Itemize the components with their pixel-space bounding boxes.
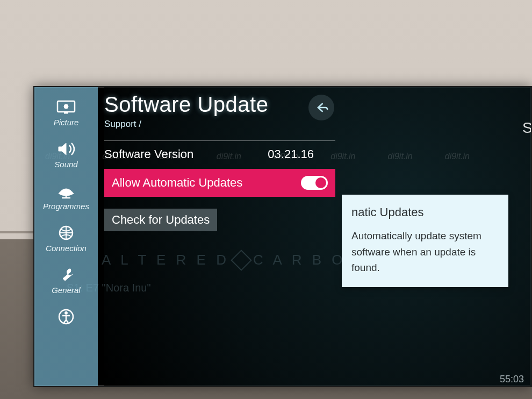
picture-icon	[55, 98, 77, 116]
watermark-text: di9it.in	[388, 152, 413, 161]
back-icon	[314, 101, 328, 115]
sound-icon	[55, 140, 77, 158]
hex-icon	[231, 250, 252, 271]
sidebar-item-general[interactable]: General	[34, 261, 98, 300]
help-tooltip: natic Updates Automatically update syste…	[342, 195, 508, 287]
sidebar-item-label: Programmes	[43, 202, 89, 211]
clock-partial: 55:03	[500, 374, 528, 385]
sidebar-item-connection[interactable]: Connection	[34, 219, 98, 258]
accessibility-icon	[55, 308, 77, 326]
back-button[interactable]	[308, 95, 334, 120]
software-version-row[interactable]: Software Version 03.21.16	[104, 147, 314, 161]
auto-updates-row[interactable]: Allow Automatic Updates	[104, 169, 335, 197]
breadcrumb: Support /	[104, 119, 346, 130]
check-updates-label: Check for Updates	[112, 213, 210, 226]
version-label: Software Version	[104, 147, 193, 161]
sidebar-item-label: Sound	[54, 160, 77, 169]
sidebar-item-sound[interactable]: Sound	[34, 136, 98, 174]
sidebar-item-programmes[interactable]: Programmes	[34, 177, 98, 216]
satellite-icon	[55, 182, 77, 200]
auto-updates-label: Allow Automatic Updates	[112, 176, 242, 190]
svg-point-1	[64, 104, 68, 109]
sidebar-item-label: Picture	[54, 118, 79, 127]
sidebar-item-label: General	[52, 286, 80, 295]
wrench-icon	[55, 266, 77, 284]
sidebar-item-picture[interactable]: Picture	[34, 94, 98, 132]
tv-screen: di9it.in di9it.in di9it.in di9it.in di9i…	[33, 86, 532, 387]
right-cut-letter: S	[522, 119, 531, 137]
connection-icon	[55, 224, 77, 242]
show-title-a: A L T E R E D	[102, 252, 229, 268]
toggle-knob	[315, 177, 326, 188]
tooltip-title: natic Updates	[351, 203, 499, 222]
watermark-text: di9it.in	[445, 152, 470, 161]
svg-point-7	[65, 312, 68, 315]
tooltip-body: Automatically update system software whe…	[351, 228, 499, 275]
auto-updates-toggle[interactable]	[301, 176, 328, 190]
sidebar-item-label: Connection	[46, 244, 87, 253]
settings-sidebar: Picture Sound Programmes Connection Gene…	[34, 87, 98, 386]
sidebar-item-accessibility[interactable]	[34, 303, 98, 327]
background-show-title: A L T E R E D C A R B O N	[102, 252, 366, 268]
version-value: 03.21.16	[268, 147, 314, 161]
divider	[104, 140, 335, 141]
check-updates-button[interactable]: Check for Updates	[104, 209, 217, 231]
